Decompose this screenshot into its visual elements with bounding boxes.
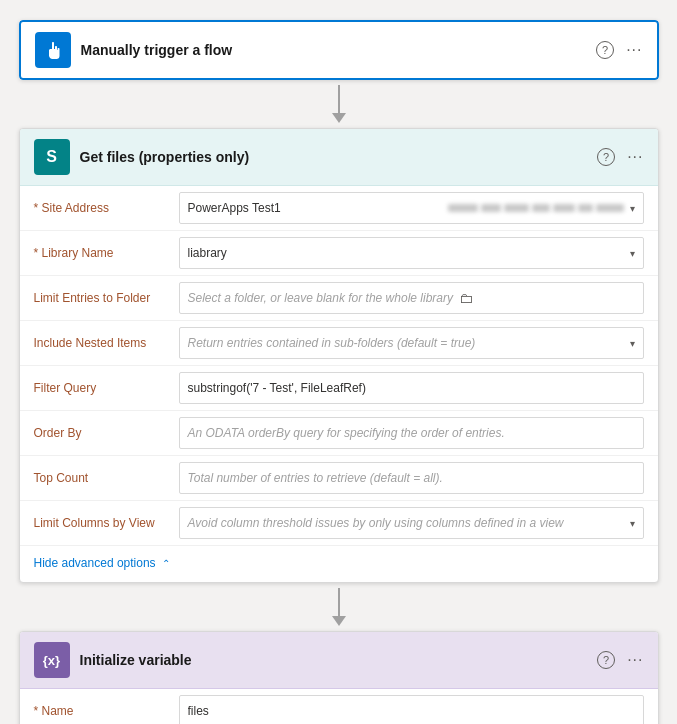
limit-entries-row: Limit Entries to Folder Select a folder,… — [20, 276, 658, 321]
limit-columns-control[interactable]: Avoid column threshold issues by only us… — [179, 507, 644, 539]
order-by-label: Order By — [34, 426, 179, 440]
top-count-row: Top Count Total number of entries to ret… — [20, 456, 658, 501]
limit-columns-label: Limit Columns by View — [34, 516, 179, 530]
order-by-placeholder: An ODATA orderBy query for specifying th… — [188, 426, 505, 440]
site-address-control[interactable]: PowerApps Test1 ▾ — [179, 192, 644, 224]
library-name-dropdown-arrow: ▾ — [630, 248, 635, 259]
site-address-dropdown-arrow: ▾ — [630, 203, 635, 214]
folder-icon: 🗀 — [459, 290, 473, 306]
top-count-control[interactable]: Total number of entries to retrieve (def… — [179, 462, 644, 494]
initvar-help-icon[interactable]: ? — [597, 651, 615, 669]
variable-icon: {x} — [43, 653, 60, 668]
include-nested-dropdown-arrow: ▾ — [630, 338, 635, 349]
getfiles-title: Get files (properties only) — [80, 149, 250, 165]
getfiles-icon-box: S — [34, 139, 70, 175]
hide-advanced-row: Hide advanced options ⌃ — [20, 546, 658, 582]
site-address-blurred — [448, 204, 624, 212]
filter-query-value: substringof('7 - Test', FileLeafRef) — [188, 381, 635, 395]
library-name-control[interactable]: liabrary ▾ — [179, 237, 644, 269]
blur-3 — [504, 204, 529, 212]
include-nested-row: Include Nested Items Return entries cont… — [20, 321, 658, 366]
initvar-title: Initialize variable — [80, 652, 192, 668]
blur-4 — [532, 204, 550, 212]
trigger-more-icon[interactable]: ··· — [626, 41, 642, 59]
limit-columns-row: Limit Columns by View Avoid column thres… — [20, 501, 658, 546]
arrow-1 — [332, 80, 346, 128]
initvar-card-header: {x} Initialize variable ? ··· — [20, 632, 658, 689]
include-nested-placeholder: Return entries contained in sub-folders … — [188, 336, 476, 350]
trigger-actions: ? ··· — [596, 41, 642, 59]
hide-advanced-link[interactable]: Hide advanced options — [34, 556, 156, 570]
limit-entries-control[interactable]: Select a folder, or leave blank for the … — [179, 282, 644, 314]
arrow-head-1 — [332, 113, 346, 123]
trigger-icon-box — [35, 32, 71, 68]
getfiles-actions: ? ··· — [597, 148, 643, 166]
getfiles-help-icon[interactable]: ? — [597, 148, 615, 166]
var-name-label: Name — [34, 704, 179, 718]
filter-query-row: Filter Query substringof('7 - Test', Fil… — [20, 366, 658, 411]
include-nested-label: Include Nested Items — [34, 336, 179, 350]
library-name-value: liabrary — [188, 246, 624, 260]
filter-query-label: Filter Query — [34, 381, 179, 395]
blur-5 — [553, 204, 575, 212]
flow-canvas: Manually trigger a flow ? ··· S Get file… — [20, 20, 657, 724]
arrow-2 — [332, 583, 346, 631]
initvar-body: Name files Type Array ▾ Value Enter init… — [20, 689, 658, 724]
arrow-line-1 — [338, 85, 340, 113]
var-name-value: files — [188, 704, 635, 718]
initvar-icon-box: {x} — [34, 642, 70, 678]
top-count-placeholder: Total number of entries to retrieve (def… — [188, 471, 443, 485]
library-name-label: Library Name — [34, 246, 179, 260]
order-by-control[interactable]: An ODATA orderBy query for specifying th… — [179, 417, 644, 449]
arrow-line-2 — [338, 588, 340, 616]
var-name-row: Name files — [20, 689, 658, 724]
getfiles-more-icon[interactable]: ··· — [627, 148, 643, 166]
library-name-row: Library Name liabrary ▾ — [20, 231, 658, 276]
sharepoint-s-icon: S — [46, 148, 57, 166]
getfiles-card-header: S Get files (properties only) ? ··· — [20, 129, 658, 186]
getfiles-card: S Get files (properties only) ? ··· Site… — [19, 128, 659, 583]
include-nested-control[interactable]: Return entries contained in sub-folders … — [179, 327, 644, 359]
blur-2 — [481, 204, 501, 212]
getfiles-body: Site Address PowerApps Test1 ▾ — [20, 186, 658, 582]
limit-entries-placeholder: Select a folder, or leave blank for the … — [188, 291, 453, 305]
blur-6 — [578, 204, 593, 212]
trigger-title: Manually trigger a flow — [81, 42, 233, 58]
arrow-head-2 — [332, 616, 346, 626]
trigger-card-header: Manually trigger a flow ? ··· — [19, 20, 659, 80]
initvar-more-icon[interactable]: ··· — [627, 651, 643, 669]
initvar-actions: ? ··· — [597, 651, 643, 669]
trigger-card: Manually trigger a flow ? ··· — [19, 20, 659, 80]
trigger-help-icon[interactable]: ? — [596, 41, 614, 59]
chevron-up-icon: ⌃ — [162, 558, 170, 569]
var-name-control[interactable]: files — [179, 695, 644, 724]
site-address-label: Site Address — [34, 201, 179, 215]
limit-columns-placeholder: Avoid column threshold issues by only us… — [188, 516, 564, 530]
limit-columns-dropdown-arrow: ▾ — [630, 518, 635, 529]
blur-1 — [448, 204, 478, 212]
initvar-card: {x} Initialize variable ? ··· Name files… — [19, 631, 659, 724]
order-by-row: Order By An ODATA orderBy query for spec… — [20, 411, 658, 456]
hand-icon — [43, 40, 63, 60]
limit-entries-label: Limit Entries to Folder — [34, 291, 179, 305]
filter-query-control[interactable]: substringof('7 - Test', FileLeafRef) — [179, 372, 644, 404]
top-count-label: Top Count — [34, 471, 179, 485]
site-address-row: Site Address PowerApps Test1 ▾ — [20, 186, 658, 231]
blur-7 — [596, 204, 624, 212]
site-address-value: PowerApps Test1 — [188, 201, 448, 215]
